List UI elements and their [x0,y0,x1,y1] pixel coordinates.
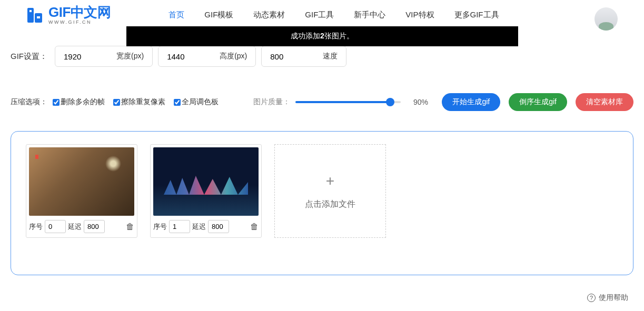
checkbox-global-palette[interactable]: 全局调色板 [174,97,219,107]
frame-card[interactable]: 序号 延迟 🗑 [150,144,262,238]
toast: 成功添加2张图片。 [126,26,518,46]
delete-icon[interactable]: 🗑 [250,222,259,232]
seq-label: 序号 [153,222,167,232]
logo-text: GIF中文网 [48,5,111,19]
delay-label: 延迟 [68,222,82,232]
upload-area[interactable]: + 点击添加文件 [274,144,386,238]
nav-more[interactable]: 更多GIF工具 [454,10,499,20]
nav-vip[interactable]: VIP特权 [405,10,434,20]
avatar[interactable] [595,7,618,31]
frame-card[interactable]: 序号 延迟 🗑 [26,144,137,238]
delay-label: 延迟 [192,222,206,232]
seq-input[interactable] [45,220,66,233]
clear-button[interactable]: 清空素材库 [576,93,633,111]
settings-label: GIF设置： [11,52,47,62]
nav-templates[interactable]: GIF模板 [204,10,233,20]
nav-home[interactable]: 首页 [169,10,184,20]
generate-button[interactable]: 开始生成gif [442,93,500,111]
slider-thumb[interactable] [386,98,394,106]
options-label: 压缩选项： [11,97,47,107]
nav-tools[interactable]: GIF工具 [305,10,334,20]
plus-icon: + [326,173,334,189]
delay-input[interactable] [84,220,105,233]
upload-label: 点击添加文件 [305,199,355,210]
header: GIF中文网 WWW.GIF.CN 首页 GIF模板 动态素材 GIF工具 新手… [0,0,644,25]
svg-rect-3 [29,10,32,12]
width-input[interactable] [64,52,101,61]
quality-slider-wrap: 90% [295,98,428,106]
height-field: 高度(px) [158,46,256,67]
quality-slider[interactable] [295,101,401,103]
speed-field: 速度 [261,46,346,67]
seq-label: 序号 [29,222,43,232]
logo[interactable]: GIF中文网 WWW.GIF.CN [25,5,111,25]
nav-assets[interactable]: 动态素材 [253,10,285,20]
width-field: 宽度(px) [55,46,153,67]
checkbox-input[interactable] [113,99,120,106]
checkbox-input[interactable] [174,99,181,106]
svg-rect-2 [37,16,40,18]
logo-subtext: WWW.GIF.CN [48,20,111,25]
quality-value: 90% [413,98,428,106]
reverse-button[interactable]: 倒序生成gif [509,93,567,111]
width-label: 宽度(px) [116,52,144,61]
thumbnail [153,147,259,216]
workspace: 序号 延迟 🗑 序号 延迟 🗑 + 点击添加文件 [11,131,633,275]
compression-options: 压缩选项： 删除多余的帧 擦除重复像素 全局调色板 图片质量： 90% 开始生成… [0,67,644,121]
thumbnail [29,147,134,216]
speed-label: 速度 [323,52,338,61]
seq-input[interactable] [169,220,190,233]
checkbox-input[interactable] [53,99,60,106]
delay-input[interactable] [208,220,229,233]
speed-input[interactable] [270,52,307,61]
main-nav: 首页 GIF模板 动态素材 GIF工具 新手中心 VIP特权 更多GIF工具 [169,10,499,20]
height-label: 高度(px) [220,52,247,61]
checkbox-remove-frames[interactable]: 删除多余的帧 [53,97,105,107]
logo-icon [25,6,44,25]
action-buttons: 开始生成gif 倒序生成gif 清空素材库 [442,93,633,111]
checkbox-erase-pixels[interactable]: 擦除重复像素 [113,97,165,107]
quality-label: 图片质量： [253,97,290,107]
height-input[interactable] [167,52,204,61]
delete-icon[interactable]: 🗑 [126,222,134,232]
nav-guide[interactable]: 新手中心 [354,10,385,20]
